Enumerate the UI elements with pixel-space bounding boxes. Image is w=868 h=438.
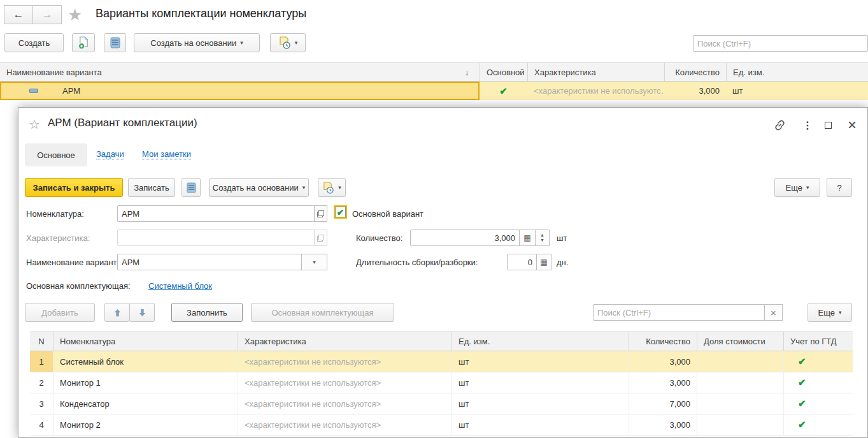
cell-unit[interactable]: шт	[452, 393, 629, 414]
duration-input[interactable]	[507, 254, 537, 270]
table-row[interactable]: 2 Монитор 1 <характеристики не использую…	[30, 372, 853, 393]
cell-unit[interactable]: шт	[452, 351, 629, 372]
cell-n[interactable]: 2	[30, 372, 53, 393]
table-row[interactable]: 4 Монитор 2 <характеристики не использую…	[30, 414, 853, 435]
list-row-arm[interactable]: АРМ ✔ <характеристики не используютс… 3,…	[0, 82, 868, 100]
cell-n[interactable]: 1	[30, 351, 53, 372]
quantity-stepper[interactable]: ▲ ▼	[535, 230, 550, 246]
nomenclature-input[interactable]	[117, 205, 315, 222]
chevron-down-icon: ▾	[806, 185, 809, 191]
variant-name-input[interactable]	[117, 254, 302, 270]
cell-gtd[interactable]: ✔	[783, 393, 853, 414]
cell-characteristic[interactable]: <характеристики не используются>	[238, 414, 452, 435]
cell-variant-name[interactable]: АРМ	[0, 82, 480, 100]
favorite-star-icon[interactable]: ★	[68, 5, 82, 25]
cell-cost-share[interactable]	[697, 351, 783, 372]
favorite-star-outline-icon[interactable]: ☆	[29, 117, 40, 132]
help-button[interactable]: ?	[827, 178, 852, 197]
more-button[interactable]: Еще ▾	[774, 178, 820, 197]
add-button[interactable]: Добавить	[25, 303, 95, 322]
cell-characteristic[interactable]: <характеристики не используются>	[238, 393, 452, 414]
variant-name-label: Наименование варианта:	[26, 258, 124, 267]
main-component-button[interactable]: Основная комплектующая	[251, 303, 394, 322]
column-header-nomenclature[interactable]: Номенклатура	[53, 332, 238, 351]
cell-cost-share[interactable]	[697, 393, 783, 414]
column-header-gtd[interactable]: Учет по ГТД	[783, 332, 853, 351]
cell-n[interactable]: 3	[30, 393, 53, 414]
forward-button[interactable]: →	[32, 5, 62, 24]
quantity-calculator-button[interactable]: ▦	[519, 230, 536, 246]
cell-nomenclature[interactable]: Системный блок	[53, 351, 238, 372]
column-header-quantity[interactable]: Количество	[664, 63, 726, 81]
nomenclature-picker-button[interactable]	[314, 205, 327, 222]
maximize-icon[interactable]	[820, 117, 836, 133]
tab-tasks[interactable]: Задачи	[96, 149, 124, 159]
column-header-main[interactable]: Основной	[480, 63, 527, 81]
main-component-link[interactable]: Системный блок	[148, 281, 212, 291]
column-header-unit[interactable]: Ед. изм.	[726, 63, 868, 81]
cell-cost-share[interactable]	[697, 372, 783, 393]
parts-more-button[interactable]: Еще ▾	[808, 303, 852, 322]
main-variant-label: Основной вариант	[352, 209, 423, 219]
cell-main-flag[interactable]: ✔	[480, 82, 527, 100]
table-row[interactable]: 1 Системный блок <характеристики не испо…	[30, 351, 853, 372]
clear-search-button[interactable]: ×	[764, 304, 783, 321]
quantity-input[interactable]	[410, 230, 520, 246]
characteristic-picker-button[interactable]	[314, 230, 327, 246]
cell-quantity[interactable]: 3,000	[629, 372, 697, 393]
cell-characteristic[interactable]: <характеристики не используютс…	[527, 82, 664, 100]
move-down-button[interactable]	[129, 303, 155, 322]
fill-button[interactable]: Заполнить	[171, 303, 243, 322]
characteristic-input[interactable]	[117, 230, 315, 246]
tab-main[interactable]: Основное	[25, 143, 87, 166]
reports-dropdown-button[interactable]: ▾	[318, 178, 346, 197]
variant-name-dropdown-button[interactable]: ▾	[301, 254, 327, 270]
cell-unit[interactable]: шт	[452, 372, 629, 393]
copy-link-icon[interactable]	[771, 117, 788, 133]
cell-characteristic[interactable]: <характеристики не используются>	[238, 372, 452, 393]
cell-unit[interactable]: шт	[452, 414, 629, 435]
cell-quantity[interactable]: 3,000	[629, 414, 697, 435]
main-variant-checkbox[interactable]: ✔	[335, 207, 346, 217]
chevron-down-icon: ▾	[839, 310, 842, 316]
cell-cost-share[interactable]	[697, 414, 783, 435]
create-based-on-button[interactable]: Создать на основании ▾	[209, 178, 309, 197]
back-button[interactable]: ←	[4, 5, 33, 24]
column-header-n[interactable]: N	[30, 332, 53, 351]
column-header-characteristic[interactable]: Характеристика	[527, 63, 664, 81]
create-based-on-button[interactable]: Создать на основании ▾	[134, 33, 260, 52]
move-up-button[interactable]	[104, 303, 130, 322]
cell-nomenclature[interactable]: Монитор 1	[53, 372, 238, 393]
tab-my-notes[interactable]: Мои заметки	[142, 149, 191, 159]
cell-gtd[interactable]: ✔	[783, 372, 853, 393]
cell-n[interactable]: 4	[30, 414, 53, 435]
table-row[interactable]: 3 Конденсатор <характеристики не использ…	[30, 393, 853, 414]
reports-dropdown-button[interactable]: ▾	[270, 33, 306, 52]
list-settings-button[interactable]	[104, 33, 126, 52]
cell-nomenclature[interactable]: Монитор 2	[53, 414, 238, 435]
cell-gtd[interactable]: ✔	[783, 351, 853, 372]
close-icon[interactable]: ×	[844, 117, 860, 133]
cell-nomenclature[interactable]: Конденсатор	[53, 393, 238, 414]
column-header-cost-share[interactable]: Доля стоимости	[697, 332, 783, 351]
cell-quantity[interactable]: 3,000	[664, 82, 726, 100]
column-header-variant-name[interactable]: Наименование варианта ↓	[0, 63, 480, 81]
cell-characteristic[interactable]: <характеристики не используются>	[238, 351, 452, 372]
kebab-menu-icon[interactable]: ⋮	[799, 117, 816, 133]
create-button[interactable]: Создать	[4, 33, 64, 52]
cell-quantity[interactable]: 7,000	[629, 393, 697, 414]
duration-calculator-button[interactable]: ▦	[536, 254, 551, 270]
cell-gtd[interactable]: ✔	[783, 414, 853, 435]
parts-search-input[interactable]	[593, 304, 765, 321]
column-header-quantity[interactable]: Количество	[629, 332, 697, 351]
list-settings-button[interactable]	[181, 178, 201, 197]
save-button[interactable]: Записать	[128, 178, 175, 197]
save-and-close-button[interactable]: Записать и закрыть	[25, 178, 123, 197]
cell-quantity[interactable]: 3,000	[629, 351, 697, 372]
column-header-unit[interactable]: Ед. изм.	[452, 332, 629, 351]
column-header-characteristic[interactable]: Характеристика	[238, 332, 452, 351]
create-copy-button[interactable]	[72, 33, 95, 52]
cell-unit[interactable]: шт	[726, 82, 868, 100]
list-search-input[interactable]	[693, 35, 868, 52]
quantity-label: Количество:	[356, 233, 402, 243]
